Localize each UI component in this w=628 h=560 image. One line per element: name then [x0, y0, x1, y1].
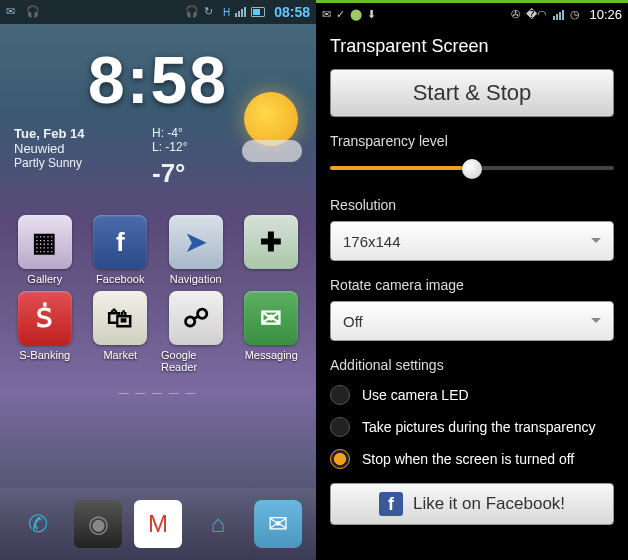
sun-icon — [244, 92, 298, 146]
resolution-label: Resolution — [330, 197, 614, 213]
rotate-value: Off — [343, 313, 363, 330]
app-market[interactable]: 🛍Market — [86, 291, 156, 373]
app-google-reader[interactable]: ☍Google Reader — [161, 291, 231, 373]
android-icon: ⬤ — [350, 8, 362, 21]
app-item-3[interactable]: ✚ — [237, 215, 307, 285]
dock-phone[interactable]: ✆ — [14, 500, 62, 548]
app-icon: 🛍 — [93, 291, 147, 345]
radio-icon[interactable] — [330, 417, 350, 437]
app-gallery[interactable]: ▦Gallery — [10, 215, 80, 285]
status-bar-right: ✉ ✓ ⬤ ⬇ ✇ �◠ ◷ 10:26 — [316, 3, 628, 26]
app-label: Facebook — [96, 273, 144, 285]
app-s-banking[interactable]: ṠS-Banking — [10, 291, 80, 373]
weather-widget[interactable]: Tue, Feb 14 Neuwied Partly Sunny H: -4° … — [0, 118, 316, 189]
weather-city: Neuwied — [14, 141, 152, 156]
app-label: Navigation — [170, 273, 222, 285]
app-grid: ▦GalleryfFacebook➤Navigation✚ṠS-Banking🛍… — [0, 189, 316, 373]
settings-screen: ✉ ✓ ⬤ ⬇ ✇ �◠ ◷ 10:26 Transparent Screen … — [316, 0, 628, 560]
status-bar-left: ✉ 🎧 🎧 ↻ H 08:58 — [0, 0, 316, 24]
app-title: Transparent Screen — [316, 26, 628, 69]
dock-browser[interactable]: ⌂ — [194, 500, 242, 548]
sync-icon: ↻ — [204, 5, 218, 19]
resolution-select[interactable]: 176x144 — [330, 221, 614, 261]
dock-gmail[interactable]: M — [134, 500, 182, 548]
start-stop-button[interactable]: Start & Stop — [330, 69, 614, 117]
facebook-icon: f — [379, 492, 403, 516]
slider-thumb[interactable] — [462, 159, 482, 179]
app-icon: ✚ — [244, 215, 298, 269]
alarm-icon: ◷ — [570, 8, 580, 21]
option-label: Stop when the screen is turned off — [362, 451, 574, 467]
app-icon: ☍ — [169, 291, 223, 345]
weather-cond: Partly Sunny — [14, 156, 152, 170]
app-facebook[interactable]: fFacebook — [86, 215, 156, 285]
dock-camera[interactable]: ◉ — [74, 500, 122, 548]
app-label: Messaging — [245, 349, 298, 361]
option-label: Take pictures during the transparency — [362, 419, 595, 435]
transparency-label: Transparency level — [330, 133, 614, 149]
app-icon: f — [93, 215, 147, 269]
app-messaging[interactable]: ✉Messaging — [237, 291, 307, 373]
dock-sms[interactable]: ✉ — [254, 500, 302, 548]
download-icon: ⬇ — [367, 8, 376, 21]
app-icon: Ṡ — [18, 291, 72, 345]
app-label: Market — [103, 349, 137, 361]
headphones-icon: 🎧 — [26, 5, 40, 19]
app-label: Google Reader — [161, 349, 231, 373]
app-label: Gallery — [27, 273, 62, 285]
mail-icon: ✉ — [322, 8, 331, 21]
option-label: Use camera LED — [362, 387, 469, 403]
app-icon: ➤ — [169, 215, 223, 269]
option-row-2[interactable]: Stop when the screen is turned off — [330, 449, 614, 469]
app-icon: ▦ — [18, 215, 72, 269]
dock: ✆◉M⌂✉ — [0, 488, 316, 560]
wifi-icon: �◠ — [526, 8, 547, 21]
resolution-value: 176x144 — [343, 233, 401, 250]
page-indicator: — — — — — — [0, 387, 316, 398]
option-row-0[interactable]: Use camera LED — [330, 385, 614, 405]
notif-icon: ✉ — [6, 5, 20, 19]
app-navigation[interactable]: ➤Navigation — [161, 215, 231, 285]
facebook-like-label: Like it on Facebook! — [413, 494, 565, 514]
weather-date: Tue, Feb 14 — [14, 126, 152, 141]
vibrate-icon: ✇ — [511, 8, 520, 21]
facebook-like-button[interactable]: f Like it on Facebook! — [330, 483, 614, 525]
weather-temp: -7° — [152, 158, 222, 189]
rotate-select[interactable]: Off — [330, 301, 614, 341]
additional-label: Additional settings — [330, 357, 614, 373]
app-icon: ✉ — [244, 291, 298, 345]
cloud-icon — [242, 140, 302, 162]
network-type: H — [223, 7, 230, 18]
app-label: S-Banking — [19, 349, 70, 361]
option-row-1[interactable]: Take pictures during the transparency — [330, 417, 614, 437]
status-time: 10:26 — [589, 7, 622, 22]
weather-low: -12° — [165, 140, 187, 154]
check-icon: ✓ — [336, 8, 345, 21]
battery-icon — [251, 7, 265, 17]
signal-icon — [553, 10, 564, 20]
headphones-icon: 🎧 — [185, 5, 199, 19]
signal-icon — [235, 7, 246, 17]
transparency-slider[interactable] — [330, 157, 614, 181]
radio-icon[interactable] — [330, 385, 350, 405]
homescreen: ✉ 🎧 🎧 ↻ H 08:58 8:58 Tue, Feb 14 Neuwied… — [0, 0, 316, 560]
rotate-label: Rotate camera image — [330, 277, 614, 293]
weather-high: -4° — [167, 126, 182, 140]
radio-icon[interactable] — [330, 449, 350, 469]
status-time: 08:58 — [274, 4, 310, 20]
